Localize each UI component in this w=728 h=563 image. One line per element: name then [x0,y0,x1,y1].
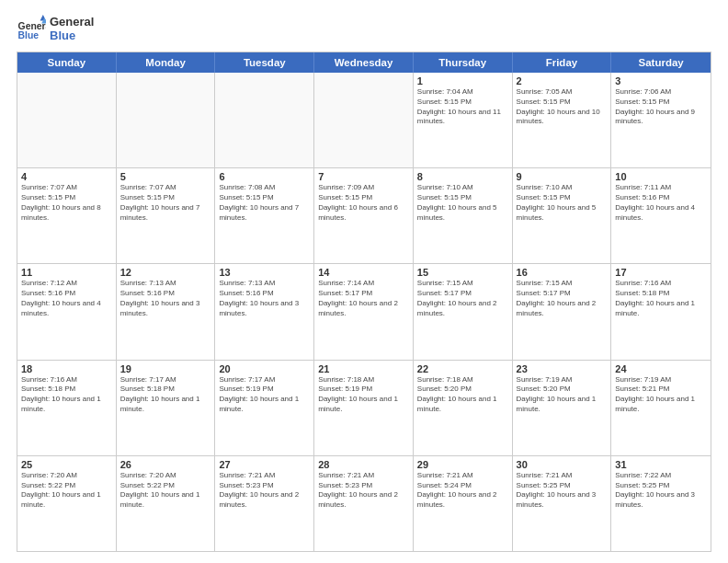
day-number: 29 [417,459,508,470]
day-number: 26 [120,459,211,470]
day-info: Sunrise: 7:05 AMSunset: 5:15 PMDaylight:… [517,87,608,127]
day-info: Sunrise: 7:17 AMSunset: 5:19 PMDaylight:… [219,375,310,415]
day-info: Sunrise: 7:21 AMSunset: 5:24 PMDaylight:… [417,471,508,511]
day-number: 15 [417,267,508,278]
day-info: Sunrise: 7:21 AMSunset: 5:23 PMDaylight:… [318,471,409,511]
calendar-cell [314,73,414,167]
day-number: 12 [120,267,211,278]
day-info: Sunrise: 7:16 AMSunset: 5:18 PMDaylight:… [615,279,707,318]
day-number: 28 [318,459,409,470]
day-number: 24 [615,363,707,374]
day-number: 25 [21,459,112,470]
calendar-cell: 8Sunrise: 7:10 AMSunset: 5:15 PMDaylight… [414,168,513,263]
calendar-cell: 31Sunrise: 7:22 AMSunset: 5:25 PMDayligh… [611,456,711,551]
calendar-cell: 16Sunrise: 7:15 AMSunset: 5:17 PMDayligh… [513,264,612,359]
day-info: Sunrise: 7:13 AMSunset: 5:16 PMDaylight:… [120,279,211,318]
calendar-cell: 22Sunrise: 7:18 AMSunset: 5:20 PMDayligh… [414,361,513,455]
calendar-cell: 13Sunrise: 7:13 AMSunset: 5:16 PMDayligh… [215,264,314,359]
weekday-header: Friday [513,52,612,73]
day-info: Sunrise: 7:07 AMSunset: 5:15 PMDaylight:… [120,183,211,223]
day-number: 13 [219,267,310,278]
calendar: SundayMondayTuesdayWednesdayThursdayFrid… [17,52,711,552]
calendar-cell: 11Sunrise: 7:12 AMSunset: 5:16 PMDayligh… [17,264,117,359]
day-info: Sunrise: 7:19 AMSunset: 5:21 PMDaylight:… [615,375,707,415]
day-info: Sunrise: 7:14 AMSunset: 5:17 PMDaylight:… [318,279,409,318]
day-number: 14 [318,267,409,278]
day-info: Sunrise: 7:21 AMSunset: 5:25 PMDaylight:… [517,471,608,511]
day-info: Sunrise: 7:10 AMSunset: 5:15 PMDaylight:… [417,183,508,223]
day-info: Sunrise: 7:21 AMSunset: 5:23 PMDaylight:… [219,471,310,511]
calendar-row: 25Sunrise: 7:20 AMSunset: 5:22 PMDayligh… [17,455,711,551]
day-number: 4 [21,171,112,182]
calendar-cell: 18Sunrise: 7:16 AMSunset: 5:18 PMDayligh… [17,361,117,455]
weekday-header: Wednesday [314,52,414,73]
day-number: 23 [517,363,608,374]
day-info: Sunrise: 7:20 AMSunset: 5:22 PMDaylight:… [120,471,211,511]
calendar-cell [117,73,216,167]
calendar-cell: 4Sunrise: 7:07 AMSunset: 5:15 PMDaylight… [17,168,117,263]
calendar-cell: 17Sunrise: 7:16 AMSunset: 5:18 PMDayligh… [611,264,711,359]
calendar-cell [17,73,117,167]
day-info: Sunrise: 7:10 AMSunset: 5:15 PMDaylight:… [517,183,608,223]
day-info: Sunrise: 7:12 AMSunset: 5:16 PMDaylight:… [21,279,112,318]
calendar-cell: 21Sunrise: 7:18 AMSunset: 5:19 PMDayligh… [314,361,414,455]
day-number: 11 [21,267,112,278]
day-number: 2 [517,75,608,86]
calendar-cell: 27Sunrise: 7:21 AMSunset: 5:23 PMDayligh… [215,456,314,551]
day-number: 22 [417,363,508,374]
day-info: Sunrise: 7:15 AMSunset: 5:17 PMDaylight:… [517,279,608,318]
day-number: 27 [219,459,310,470]
logo: General Blue General Blue [17,15,94,44]
svg-text:General: General [18,21,46,31]
calendar-cell: 19Sunrise: 7:17 AMSunset: 5:18 PMDayligh… [117,361,216,455]
calendar-cell: 20Sunrise: 7:17 AMSunset: 5:19 PMDayligh… [215,361,314,455]
calendar-cell [215,73,314,167]
calendar-cell: 3Sunrise: 7:06 AMSunset: 5:15 PMDaylight… [611,73,711,167]
day-info: Sunrise: 7:07 AMSunset: 5:15 PMDaylight:… [21,183,112,223]
day-info: Sunrise: 7:04 AMSunset: 5:15 PMDaylight:… [417,87,508,127]
day-number: 19 [120,363,211,374]
day-number: 20 [219,363,310,374]
day-info: Sunrise: 7:11 AMSunset: 5:16 PMDaylight:… [615,183,707,223]
day-number: 9 [517,171,608,182]
calendar-cell: 2Sunrise: 7:05 AMSunset: 5:15 PMDaylight… [513,73,612,167]
calendar-cell: 28Sunrise: 7:21 AMSunset: 5:23 PMDayligh… [314,456,414,551]
day-number: 16 [517,267,608,278]
day-number: 30 [517,459,608,470]
calendar-cell: 1Sunrise: 7:04 AMSunset: 5:15 PMDaylight… [414,73,513,167]
day-info: Sunrise: 7:09 AMSunset: 5:15 PMDaylight:… [318,183,409,223]
day-info: Sunrise: 7:15 AMSunset: 5:17 PMDaylight:… [417,279,508,318]
day-number: 5 [120,171,211,182]
calendar-body: 1Sunrise: 7:04 AMSunset: 5:15 PMDaylight… [17,73,711,551]
day-number: 1 [417,75,508,86]
calendar-cell: 24Sunrise: 7:19 AMSunset: 5:21 PMDayligh… [611,361,711,455]
calendar-cell: 26Sunrise: 7:20 AMSunset: 5:22 PMDayligh… [117,456,216,551]
day-number: 18 [21,363,112,374]
day-info: Sunrise: 7:08 AMSunset: 5:15 PMDaylight:… [219,183,310,223]
calendar-cell: 30Sunrise: 7:21 AMSunset: 5:25 PMDayligh… [513,456,612,551]
logo-blue: Blue [50,29,94,43]
header: General Blue General Blue [17,15,711,44]
day-info: Sunrise: 7:22 AMSunset: 5:25 PMDaylight:… [615,471,707,511]
calendar-cell: 7Sunrise: 7:09 AMSunset: 5:15 PMDaylight… [314,168,414,263]
day-info: Sunrise: 7:20 AMSunset: 5:22 PMDaylight:… [21,471,112,511]
day-info: Sunrise: 7:19 AMSunset: 5:20 PMDaylight:… [517,375,608,415]
calendar-row: 1Sunrise: 7:04 AMSunset: 5:15 PMDaylight… [17,73,711,167]
day-number: 31 [615,459,707,470]
day-number: 7 [318,171,409,182]
day-number: 8 [417,171,508,182]
calendar-cell: 15Sunrise: 7:15 AMSunset: 5:17 PMDayligh… [414,264,513,359]
day-number: 3 [615,75,707,86]
calendar-cell: 9Sunrise: 7:10 AMSunset: 5:15 PMDaylight… [513,168,612,263]
logo-icon: General Blue [17,15,46,44]
calendar-row: 4Sunrise: 7:07 AMSunset: 5:15 PMDaylight… [17,167,711,263]
weekday-header: Saturday [611,52,711,73]
calendar-page: General Blue General Blue SundayMondayTu… [0,0,728,563]
weekday-header: Monday [117,52,216,73]
calendar-row: 11Sunrise: 7:12 AMSunset: 5:16 PMDayligh… [17,263,711,359]
day-info: Sunrise: 7:17 AMSunset: 5:18 PMDaylight:… [120,375,211,415]
calendar-row: 18Sunrise: 7:16 AMSunset: 5:18 PMDayligh… [17,360,711,455]
calendar-header: SundayMondayTuesdayWednesdayThursdayFrid… [17,52,711,73]
weekday-header: Tuesday [215,52,314,73]
calendar-cell: 12Sunrise: 7:13 AMSunset: 5:16 PMDayligh… [117,264,216,359]
